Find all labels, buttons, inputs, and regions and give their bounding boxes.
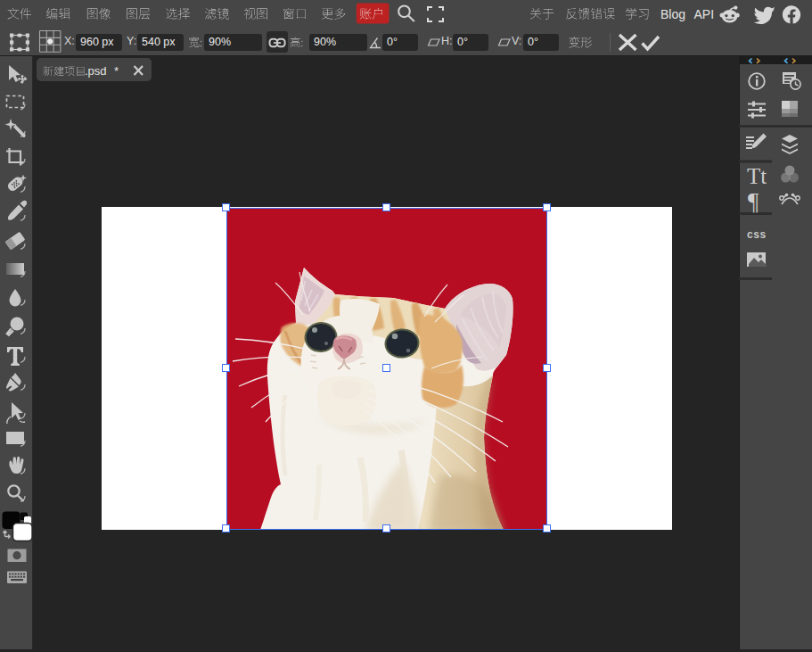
svg-text:css: css [747, 228, 767, 241]
svg-text:Tt: Tt [747, 164, 767, 188]
svg-text:API: API [694, 7, 715, 21]
svg-text:Blog: Blog [660, 7, 685, 21]
svg-text:¶: ¶ [748, 188, 759, 215]
svg-text:.psd: .psd [85, 64, 107, 78]
svg-text:*: * [114, 64, 119, 78]
